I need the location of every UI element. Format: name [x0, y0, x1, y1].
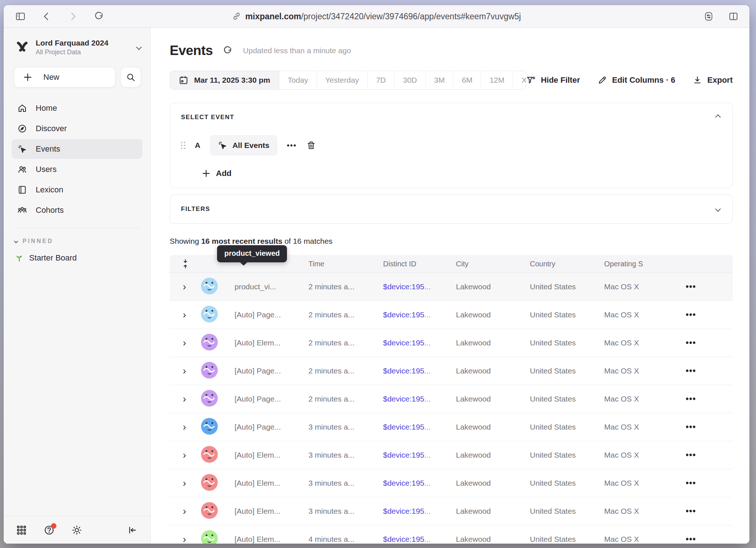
- table-row[interactable]: › [Auto] Page... 2 minutes a... $device:…: [170, 301, 733, 329]
- row-expander[interactable]: ›: [183, 422, 186, 432]
- row-expander[interactable]: ›: [183, 478, 186, 488]
- sidebar-item-home[interactable]: Home: [12, 98, 142, 118]
- distinct-id-link[interactable]: $device:195: [383, 282, 424, 291]
- event-name[interactable]: [Auto] Page...: [235, 395, 308, 403]
- row-expander[interactable]: ›: [183, 366, 186, 376]
- row-menu-button[interactable]: •••: [686, 506, 733, 516]
- row-menu-button[interactable]: •••: [686, 310, 733, 320]
- distinct-id-link[interactable]: $device:195: [383, 479, 424, 487]
- reload-icon[interactable]: [94, 11, 104, 21]
- event-name[interactable]: product_vi...: [235, 282, 308, 291]
- event-name[interactable]: [Auto] Page...: [235, 423, 308, 431]
- row-menu-button[interactable]: •••: [686, 338, 733, 348]
- sidebar-item-starter-board[interactable]: Starter Board: [4, 247, 150, 269]
- date-picker-button[interactable]: Mar 11, 2025 3:30 pm: [170, 71, 279, 89]
- event-name[interactable]: [Auto] Elem...: [235, 507, 308, 516]
- distinct-id-link[interactable]: $device:195: [383, 451, 424, 459]
- refresh-icon[interactable]: [223, 46, 233, 56]
- table-row[interactable]: › product_vi... 2 minutes a... $device:1…: [170, 273, 733, 301]
- event-name[interactable]: [Auto] Elem...: [235, 479, 308, 488]
- new-button[interactable]: New: [14, 67, 115, 87]
- table-row[interactable]: › [Auto] Elem... 3 minutes a... $device:…: [170, 469, 733, 497]
- row-expander[interactable]: ›: [183, 450, 186, 460]
- apps-grid-icon[interactable]: [16, 525, 27, 536]
- filters-panel: FILTERS: [170, 195, 733, 224]
- column-header-city[interactable]: City: [456, 260, 530, 268]
- row-expander[interactable]: ›: [183, 535, 186, 544]
- toggle-browser-sidebar-icon[interactable]: [15, 11, 25, 21]
- distinct-id-link[interactable]: $device:195: [383, 367, 424, 375]
- event-name[interactable]: [Auto] Page...: [235, 367, 308, 375]
- distinct-id-link[interactable]: $device:195: [383, 310, 424, 319]
- range-7d[interactable]: 7D: [368, 71, 395, 89]
- row-expander[interactable]: ›: [183, 506, 186, 516]
- row-expander[interactable]: ›: [183, 310, 186, 320]
- table-row[interactable]: › [Auto] Elem... 3 minutes a... $device:…: [170, 441, 733, 469]
- add-event-button[interactable]: Add: [201, 169, 721, 178]
- sidebar-item-users[interactable]: Users: [12, 160, 142, 179]
- collapse-panel-button[interactable]: [714, 113, 721, 122]
- event-name[interactable]: [Auto] Elem...: [235, 338, 308, 347]
- address-bar[interactable]: mixpanel.com/project/3472420/view/397469…: [232, 11, 521, 21]
- distinct-id-link[interactable]: $device:195: [383, 395, 424, 403]
- sidebar-item-discover[interactable]: Discover: [12, 119, 142, 138]
- range-xtd[interactable]: XTD: [513, 71, 526, 89]
- hide-filter-button[interactable]: Hide Filter: [526, 75, 580, 85]
- export-button[interactable]: Export: [693, 75, 733, 85]
- back-icon[interactable]: [42, 11, 52, 21]
- range-yesterday[interactable]: Yesterday: [317, 71, 368, 89]
- project-switcher[interactable]: Lord Farquaad 2024 All Project Data: [4, 28, 150, 56]
- gear-icon[interactable]: [71, 525, 82, 536]
- row-menu-button[interactable]: •••: [686, 450, 733, 460]
- collapse-rows-icon[interactable]: [181, 259, 189, 269]
- split-view-icon[interactable]: [728, 11, 739, 21]
- event-name[interactable]: [Auto] Elem...: [235, 535, 308, 544]
- column-header-os[interactable]: Operating S: [604, 260, 686, 268]
- column-header-time[interactable]: Time: [308, 260, 383, 268]
- sidebar-item-events[interactable]: Events: [12, 139, 142, 159]
- table-row[interactable]: › [Auto] Elem... 2 minutes a... $device:…: [170, 329, 733, 357]
- distinct-id-link[interactable]: $device:195: [383, 338, 424, 347]
- row-menu-button[interactable]: •••: [686, 478, 733, 488]
- drag-handle[interactable]: [181, 142, 185, 149]
- event-name[interactable]: [Auto] Elem...: [235, 451, 308, 459]
- edit-columns-button[interactable]: Edit Columns · 6: [598, 75, 676, 85]
- page-settings-icon[interactable]: [704, 11, 714, 21]
- pinned-section-header[interactable]: PINNED: [4, 232, 150, 247]
- trash-icon[interactable]: [306, 141, 316, 150]
- column-header-distinct-id[interactable]: Distinct ID: [383, 260, 456, 268]
- column-header-country[interactable]: Country: [530, 260, 604, 268]
- event-options-button[interactable]: •••: [287, 141, 297, 150]
- row-menu-button[interactable]: •••: [686, 535, 733, 544]
- table-row[interactable]: › [Auto] Page... 2 minutes a... $device:…: [170, 357, 733, 385]
- forward-icon[interactable]: [68, 11, 78, 21]
- row-expander[interactable]: ›: [183, 282, 186, 292]
- event-name[interactable]: [Auto] Page...: [235, 310, 308, 319]
- range-30d[interactable]: 30D: [395, 71, 426, 89]
- range-12m[interactable]: 12M: [481, 71, 513, 89]
- sidebar-item-lexicon[interactable]: Lexicon: [12, 180, 142, 200]
- row-menu-button[interactable]: •••: [686, 366, 733, 376]
- distinct-id-link[interactable]: $device:195: [383, 535, 424, 543]
- row-menu-button[interactable]: •••: [686, 422, 733, 432]
- row-expander[interactable]: ›: [183, 394, 186, 404]
- sidebar-item-cohorts[interactable]: Cohorts: [12, 200, 142, 220]
- range-3m[interactable]: 3M: [426, 71, 453, 89]
- range-today[interactable]: Today: [279, 71, 317, 89]
- expand-panel-button[interactable]: [714, 204, 721, 214]
- event-selector-chip[interactable]: All Events: [210, 135, 277, 156]
- table-row[interactable]: › [Auto] Elem... 3 minutes a... $device:…: [170, 497, 733, 525]
- search-button[interactable]: [121, 67, 141, 87]
- collapse-sidebar-icon[interactable]: [127, 525, 138, 536]
- table-row[interactable]: › [Auto] Page... 2 minutes a... $device:…: [170, 385, 733, 413]
- help-button[interactable]: [44, 525, 55, 536]
- event-country: United States: [530, 507, 604, 516]
- row-menu-button[interactable]: •••: [686, 394, 733, 404]
- row-expander[interactable]: ›: [183, 338, 186, 348]
- range-6m[interactable]: 6M: [453, 71, 481, 89]
- distinct-id-link[interactable]: $device:195: [383, 507, 424, 515]
- row-menu-button[interactable]: •••: [686, 282, 733, 292]
- distinct-id-link[interactable]: $device:195: [383, 423, 424, 431]
- table-row[interactable]: › [Auto] Elem... 4 minutes a... $device:…: [170, 525, 733, 544]
- table-row[interactable]: › [Auto] Page... 3 minutes a... $device:…: [170, 413, 733, 441]
